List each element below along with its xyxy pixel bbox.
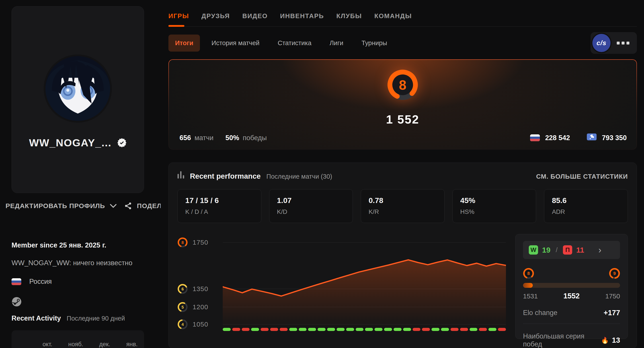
match-result-6-loss[interactable] xyxy=(270,328,278,331)
nav-tab-команды[interactable]: КОМАНДЫ xyxy=(374,12,412,20)
stat-card-kd: 1.07 K/D xyxy=(269,189,353,223)
steam-icon[interactable] xyxy=(12,297,22,307)
match-result-7-loss[interactable] xyxy=(280,328,288,331)
match-result-23-win[interactable] xyxy=(432,328,440,331)
match-result-24-win[interactable] xyxy=(441,328,449,331)
match-result-14-win[interactable] xyxy=(346,328,354,331)
nav-tab-клубы[interactable]: КЛУБЫ xyxy=(336,12,362,20)
range-min: 1531 xyxy=(523,293,548,300)
bar-chart-icon xyxy=(178,171,184,179)
y-tick-1200: 51200 xyxy=(178,302,208,312)
elo-chart[interactable] xyxy=(223,234,506,339)
main-content: ИГРЫДРУЗЬЯВИДЕОИНВЕНТАРЬКЛУБЫКОМАНДЫ Ито… xyxy=(162,0,644,348)
match-result-27-win[interactable] xyxy=(470,328,478,331)
level-to-icon: 9 xyxy=(609,268,620,280)
match-result-15-win[interactable] xyxy=(356,328,364,331)
nav-tab-видео[interactable]: ВИДЕО xyxy=(242,12,268,20)
stat-value: 45% xyxy=(460,196,528,205)
range-current: 1552 xyxy=(548,292,596,300)
stat-label: K/R xyxy=(368,208,437,215)
match-result-22-loss[interactable] xyxy=(422,328,430,331)
match-result-21-loss[interactable] xyxy=(413,328,420,331)
stat-card-kda: 17 / 15 / 6 K / D / A xyxy=(178,189,261,223)
range-max: 1750 xyxy=(596,293,620,300)
page: WW_NOGAY_... РЕДАКТИРОВАТЬ ПРОФИЛЬ П xyxy=(0,0,644,348)
match-result-4-win[interactable] xyxy=(251,328,259,331)
match-result-9-win[interactable] xyxy=(299,328,307,331)
avatar-image xyxy=(46,56,110,121)
activity-month-label: дек. xyxy=(99,341,110,348)
stat-value: 0.78 xyxy=(368,196,437,205)
nav-tab-игры[interactable]: ИГРЫ xyxy=(168,12,189,20)
match-result-8-win[interactable] xyxy=(289,328,297,331)
match-result-3-loss[interactable] xyxy=(242,328,250,331)
match-result-12-win[interactable] xyxy=(327,328,335,331)
match-result-5-loss[interactable] xyxy=(260,328,268,331)
region-rank-value: 793 350 xyxy=(602,134,627,142)
sub-tab-итоги[interactable]: Итоги xyxy=(168,34,200,51)
share-label: ПОДЕЛИТЬСЯ xyxy=(137,202,161,210)
activity-month-label: янв. xyxy=(126,341,138,348)
chevron-down-icon xyxy=(110,204,116,208)
profile-bio: WW_NOGAY_WW: ничего неизвестно xyxy=(12,259,156,267)
level-4-icon: 4 xyxy=(178,319,188,330)
last-matches-summary[interactable]: W 19 / П 11 › xyxy=(523,241,620,259)
recent-performance-section: Recent performance Последние матчи (30) … xyxy=(168,162,637,348)
cs2-game-icon[interactable]: c/s xyxy=(592,34,610,52)
nav-tab-друзья[interactable]: ДРУЗЬЯ xyxy=(202,12,230,20)
sub-tab-турниры[interactable]: Турниры xyxy=(355,34,394,51)
nav-tab-инвентарь[interactable]: ИНВЕНТАРЬ xyxy=(280,12,324,20)
match-result-2-loss[interactable] xyxy=(232,328,240,331)
chevron-right-icon: › xyxy=(598,246,601,254)
current-elo: 1 552 xyxy=(386,112,419,126)
match-result-17-win[interactable] xyxy=(374,328,382,331)
y-tick-label: 1200 xyxy=(192,303,208,311)
edit-profile-button[interactable]: РЕДАКТИРОВАТЬ ПРОФИЛЬ xyxy=(6,202,116,210)
country-rank-flag-icon xyxy=(530,134,540,141)
match-result-13-win[interactable] xyxy=(337,328,344,331)
y-tick-label: 1750 xyxy=(192,239,208,246)
avatar[interactable] xyxy=(46,56,110,121)
share-button[interactable]: ПОДЕЛИТЬСЯ xyxy=(124,202,161,210)
level-5-icon: 5 xyxy=(178,302,188,312)
y-tick-1750: 81750 xyxy=(178,237,208,248)
stat-card-hs%: 45% HS% xyxy=(452,189,536,223)
match-result-30-loss[interactable] xyxy=(498,328,506,331)
level-gauge: 8 xyxy=(388,69,418,101)
member-since: Member since 25 янв. 2025 г. xyxy=(12,241,156,249)
match-result-11-win[interactable] xyxy=(318,328,326,331)
y-tick-1350: 61350 xyxy=(178,284,208,294)
cs2-logo-text: c/s xyxy=(596,39,606,47)
streak-label: Наибольшая серия побед xyxy=(523,332,601,348)
match-result-28-loss[interactable] xyxy=(479,328,487,331)
sub-tab-лиги[interactable]: Лиги xyxy=(323,34,350,51)
verified-badge-icon xyxy=(117,138,126,147)
svg-text:9: 9 xyxy=(613,271,616,276)
match-result-1-win[interactable] xyxy=(223,328,231,331)
match-result-16-win[interactable] xyxy=(365,328,373,331)
region-rank-icon xyxy=(587,133,596,142)
elo-line-chart xyxy=(223,234,506,339)
activity-month-label: окт. xyxy=(42,341,52,348)
more-options-button[interactable] xyxy=(617,42,629,44)
level-8-icon: 8 xyxy=(388,69,418,100)
match-result-19-win[interactable] xyxy=(394,328,402,331)
wins-count: 19 xyxy=(542,246,550,254)
top-nav-tabs: ИГРЫДРУЗЬЯВИДЕОИНВЕНТАРЬКЛУБЫКОМАНДЫ xyxy=(168,0,637,26)
match-result-18-win[interactable] xyxy=(384,328,392,331)
match-result-25-loss[interactable] xyxy=(450,328,458,331)
winloss-strip xyxy=(223,328,506,331)
streak-value: 13 xyxy=(612,336,620,345)
match-result-26-loss[interactable] xyxy=(460,328,468,331)
see-more-stats-link[interactable]: СМ. БОЛЬШЕ СТАТИСТИКИ xyxy=(536,173,628,180)
stat-label: K / D / A xyxy=(185,208,254,215)
level-9-icon: 9 xyxy=(609,268,620,279)
match-result-20-win[interactable] xyxy=(403,328,411,331)
sub-tab-история-матчей[interactable]: История матчей xyxy=(205,34,266,51)
y-tick-label: 1350 xyxy=(192,285,208,293)
match-result-29-win[interactable] xyxy=(488,328,496,331)
russia-flag-icon xyxy=(12,278,21,285)
sub-tab-статистика[interactable]: Статистика xyxy=(271,34,318,51)
match-result-10-win[interactable] xyxy=(308,328,316,331)
stat-card-adr: 85.6 ADR xyxy=(544,189,628,223)
